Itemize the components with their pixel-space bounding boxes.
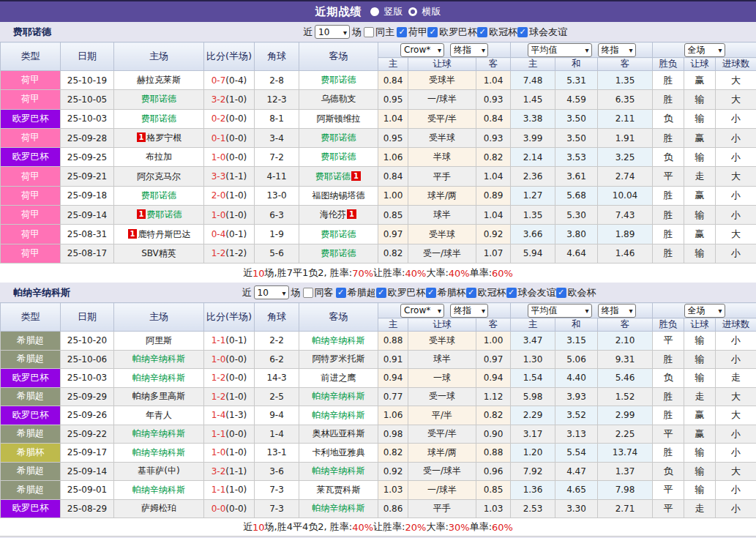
horizontal-layout-radio[interactable] bbox=[408, 7, 417, 16]
summary-text: 让胜率: bbox=[373, 266, 405, 280]
league-checkbox-欧罗巴杯[interactable]: ✓欧罗巴杯 bbox=[376, 286, 426, 299]
summary-text: 场,胜4平4负2, 胜率: bbox=[265, 520, 353, 534]
column-header-result-wl: 胜负 bbox=[653, 318, 684, 332]
odds-away-cell: 0.84 bbox=[476, 109, 511, 128]
league-cell: 荷甲 bbox=[1, 225, 61, 244]
team2-final-index-select-b[interactable]: 终指 bbox=[598, 304, 636, 318]
league-checkbox-欧会杯[interactable]: ✓欧会杯 bbox=[556, 286, 596, 299]
avg-draw-cell: 3.15 bbox=[555, 332, 598, 351]
checkbox-checked-icon[interactable]: ✓ bbox=[517, 27, 528, 37]
column-header-odds-away: 客 bbox=[476, 318, 511, 332]
result-handicap-cell: 赢 bbox=[684, 425, 716, 444]
date-cell: 25-09-21 bbox=[61, 167, 114, 186]
checkbox-checked-icon[interactable]: ✓ bbox=[426, 288, 436, 298]
league-cell: 荷甲 bbox=[1, 167, 61, 186]
result-winloss-cell: 胜 bbox=[653, 90, 684, 109]
team-label: 帕纳辛纳科斯 bbox=[132, 373, 185, 383]
result-goals-cell: 小 bbox=[716, 444, 756, 463]
odds-away-cell: 1.04 bbox=[476, 167, 511, 186]
summary-text: 大率: bbox=[426, 520, 448, 534]
team-label: 乌德勒支 bbox=[321, 94, 356, 104]
result-handicap-cell: 输 bbox=[684, 350, 716, 369]
odds-handicap-cell: 受球半 bbox=[408, 71, 476, 90]
vertical-layout-radio[interactable] bbox=[370, 7, 379, 16]
league-checkbox-荷甲[interactable]: ✓荷甲 bbox=[397, 26, 427, 39]
team2-average-select[interactable]: 平均值 bbox=[528, 304, 592, 318]
checkbox-checked-icon[interactable]: ✓ bbox=[376, 288, 386, 298]
team1-average-select[interactable]: 平均值 bbox=[528, 43, 592, 57]
avg-home-cell: 7.92 bbox=[511, 462, 555, 481]
team1-games-count-select[interactable]: 10 bbox=[315, 25, 350, 39]
team2-games-count-select[interactable]: 10 bbox=[254, 285, 289, 299]
checkbox-checked-icon[interactable]: ✓ bbox=[336, 288, 346, 298]
team-label: 福图纳锡塔德 bbox=[312, 190, 365, 201]
team2-final-index-select-a[interactable]: 终指 bbox=[450, 304, 488, 318]
team-label: 莱瓦贾科斯 bbox=[317, 485, 361, 495]
column-header-corner: 角球 bbox=[255, 303, 299, 332]
away-team-cell: 费耶诺德1 bbox=[299, 167, 378, 186]
team-label: 阿特罗米托斯 bbox=[312, 354, 365, 364]
team2-odds-source-select[interactable]: Crow* bbox=[400, 304, 444, 318]
checkbox-unchecked-icon[interactable] bbox=[364, 27, 374, 37]
home-team-cell: 帕纳辛纳科斯 bbox=[114, 350, 204, 369]
checkbox-unchecked-icon[interactable] bbox=[303, 288, 313, 298]
avg-draw-cell: 3.50 bbox=[555, 109, 598, 128]
checkbox-checked-icon[interactable]: ✓ bbox=[397, 27, 407, 37]
near-label: 近 bbox=[242, 286, 252, 299]
result-winloss-cell: 胜 bbox=[653, 244, 684, 263]
avg-away-cell: 6.35 bbox=[598, 90, 653, 109]
league-cell: 欧罗巴杯 bbox=[1, 406, 61, 425]
team1-odds-source-select[interactable]: Crow* bbox=[400, 43, 444, 57]
league-cell: 希腊超 bbox=[1, 425, 61, 444]
corner-cell: 6-2 bbox=[255, 350, 299, 369]
date-cell: 25-09-14 bbox=[61, 206, 114, 225]
column-header-type: 类型 bbox=[1, 42, 61, 71]
avg-away-cell: 10.04 bbox=[598, 186, 653, 205]
team-label: 帕纳辛纳科斯 bbox=[312, 391, 365, 401]
horizontal-layout-label[interactable]: 横版 bbox=[422, 5, 441, 18]
league-checkbox-希腊超[interactable]: ✓希腊超 bbox=[336, 286, 376, 299]
result-winloss-cell: 胜 bbox=[653, 444, 684, 463]
avg-draw-cell: 4.40 bbox=[555, 369, 598, 388]
team2-same-away-checkbox[interactable]: 同客 bbox=[303, 286, 334, 299]
checkbox-checked-icon[interactable]: ✓ bbox=[477, 27, 487, 37]
league-checkbox-希腊杯[interactable]: ✓希腊杯 bbox=[426, 286, 466, 299]
corner-cell: 8-1 bbox=[255, 109, 299, 128]
column-header-result-handicap: 让球 bbox=[684, 318, 716, 332]
column-header-home: 主场 bbox=[114, 42, 204, 71]
odds-handicap-cell: 受一球 bbox=[408, 387, 476, 406]
checkbox-checked-icon[interactable]: ✓ bbox=[506, 288, 517, 298]
team1-scope-select[interactable]: 全场 bbox=[684, 43, 725, 57]
match-row: 希腊超25-09-29帕纳多里高斯1-2(1-0)2-5帕纳辛纳科斯0.77受一… bbox=[1, 387, 756, 406]
vertical-layout-label[interactable]: 竖版 bbox=[384, 5, 403, 18]
odds-handicap-cell: 受平/半 bbox=[408, 425, 476, 444]
league-checkbox-欧罗巴杯[interactable]: ✓欧罗巴杯 bbox=[427, 26, 477, 39]
match-row: 欧罗巴杯25-10-03费耶诺德0-2(0-0)8-1阿斯顿维拉1.04受平/半… bbox=[1, 109, 756, 128]
date-cell: 25-09-26 bbox=[61, 406, 114, 425]
away-team-cell: 海伦芬1 bbox=[299, 206, 378, 225]
league-checkbox-球会友谊[interactable]: ✓球会友谊 bbox=[506, 286, 556, 299]
team1-final-index-select-a[interactable]: 终指 bbox=[450, 43, 488, 57]
corner-cell: 3-6 bbox=[255, 462, 299, 481]
checkbox-checked-icon[interactable]: ✓ bbox=[466, 288, 476, 298]
summary-text: 70% bbox=[352, 268, 373, 279]
average-group: 平均值终指 bbox=[511, 303, 653, 318]
result-handicap-cell: 赢 bbox=[684, 186, 716, 205]
near-label: 近 bbox=[303, 26, 312, 39]
date-cell: 25-08-31 bbox=[61, 225, 114, 244]
league-checkbox-欧冠杯[interactable]: ✓欧冠杯 bbox=[466, 286, 506, 299]
league-checkbox-球会友谊[interactable]: ✓球会友谊 bbox=[517, 26, 567, 39]
league-cell: 希腊超 bbox=[1, 481, 61, 500]
team1-same-home-checkbox[interactable]: 同主 bbox=[364, 26, 394, 39]
checkbox-checked-icon[interactable]: ✓ bbox=[556, 288, 566, 298]
score-cell: 0-4(0-1) bbox=[204, 225, 255, 244]
odds-source-group: Crow*终指 bbox=[378, 42, 511, 58]
result-winloss-cell: 平 bbox=[653, 167, 684, 186]
checkbox-checked-icon[interactable]: ✓ bbox=[427, 27, 438, 37]
date-cell: 25-09-28 bbox=[61, 128, 114, 147]
team2-scope-select[interactable]: 全场 bbox=[684, 304, 725, 318]
away-team-cell: 阿特罗米托斯 bbox=[299, 350, 378, 369]
odds-home-cell: 0.92 bbox=[378, 462, 408, 481]
league-checkbox-欧冠杯[interactable]: ✓欧冠杯 bbox=[477, 26, 517, 39]
team1-final-index-select-b[interactable]: 终指 bbox=[598, 43, 636, 57]
